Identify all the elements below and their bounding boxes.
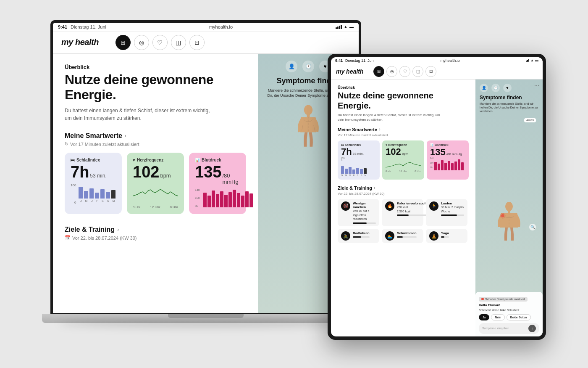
laptop-hinge [168, 314, 244, 318]
ziele-kalorien-progress-bar [397, 214, 427, 216]
ipad-schlaf-label: 🛏 Schlafindex [341, 143, 376, 146]
ipad-herz-labels: 0 uhr12 Uhr0 Uhr [386, 170, 421, 172]
ipad-smartwerte-cards: 🛏 Schlafindex 7h 53 min. 1000 [338, 140, 469, 180]
chat-dot [481, 298, 484, 300]
ipad-ziele-chevron[interactable]: › [374, 185, 375, 190]
ipad-logo: my health [336, 68, 363, 75]
ipad-status-bar: 9:41 Dienstag 11. Juni myhealth.io ▲ ▬ [331, 57, 543, 64]
ipad-signals: ▲ ▬ [526, 58, 538, 62]
laptop: 9:41 Dienstag 11. Juni myhealth.io ▲ ▬ [42, 20, 370, 323]
nav-icon-location[interactable]: ◎ [134, 35, 149, 50]
chat-btn-nein[interactable]: Nein [491, 314, 504, 320]
ipad-blut-chart-container: 14010080 [430, 157, 465, 170]
ipad-symp-heart-icon[interactable]: ♥ [503, 84, 512, 92]
ziele-yoga-title: Yoga [441, 231, 449, 235]
ziele-item-rauchen: 🚭 Weniger rauchen Von 10 auf 5 Zigarette… [338, 199, 379, 226]
ipad-symp-person-icon[interactable]: 👤 [480, 84, 488, 92]
ziele-title: Ziele & Training [65, 226, 115, 233]
ipad-nav-heart[interactable]: ♡ [399, 66, 410, 77]
ipad-schlaf-card: 🛏 Schlafindex 7h 53 min. 1000 [338, 140, 380, 180]
battery-icon: ▬ [349, 24, 354, 29]
symptome-person-icon[interactable]: 👤 [286, 61, 297, 72]
chat-btn-ja[interactable]: Ja [479, 314, 489, 320]
ipad-smartwerte-chevron[interactable]: › [379, 127, 380, 132]
symptome-clock-icon[interactable]: 🕐 [302, 61, 314, 72]
ipad-schlaf-labels: DMDFSSM [341, 174, 376, 177]
ziele-meta: 📅 Vor 22. bis 28.07.2024 (KW 30) [65, 235, 246, 241]
ipad-date: Dienstag 11. Juni [345, 58, 375, 63]
ziele-chevron[interactable]: › [117, 227, 119, 233]
ziele-kalorien-fill [397, 214, 409, 216]
today-label: HEUTE [524, 118, 536, 122]
ipad-screen: 9:41 Dienstag 11. Juni myhealth.io ▲ ▬ [331, 57, 543, 336]
signal-bars-icon [336, 25, 342, 29]
ipad-nav-camera[interactable]: ◫ [412, 66, 423, 77]
ipad-symp-clock-icon[interactable]: 🕐 [491, 84, 500, 92]
blut-value: 135 [195, 164, 221, 180]
blut-label: 📊 Blutdruck [195, 158, 240, 162]
ziele-schwimmen-text: Schwimmen [397, 231, 417, 238]
bar-m2: M [111, 190, 116, 202]
zoom-icon[interactable]: 🔍 [529, 224, 536, 230]
ipad-nav-bag[interactable]: ⊡ [425, 66, 436, 77]
ipad-body-svg [494, 201, 524, 247]
ziele-laufen-progress-bar [441, 214, 464, 216]
ipad-herz-label: ♥ Herzfrequenz [386, 143, 421, 146]
ipad-ziele-cards: 🚭 Weniger rauchen Von 10 auf 5 Zigarette… [338, 199, 469, 243]
ipad-herz-val: 102 [386, 147, 401, 156]
svg-point-6 [501, 214, 504, 217]
ziele-rauchen-fill [353, 222, 367, 224]
ziele-laufen-sub: 30 Min. 2 mal pro Woche [441, 205, 464, 214]
ziele-radfahren-title: Radfahren [353, 231, 370, 235]
schlaf-value: 7h [71, 164, 89, 180]
smartwerte-cards: 🛏 Schlafindex 7h 53 min. 100 [65, 153, 246, 214]
ipad-time: 9:41 [335, 58, 343, 63]
ziele-rauchen-sub: Von 10 auf 5 Zigaretten reduzieren [353, 209, 376, 221]
ipad-symptome-panel: 👤 🕐 ♥ ⋯ Symptome finden Markiere die sch… [475, 79, 543, 336]
ipad-signal-bars-icon [526, 59, 529, 62]
bp-140: 140 [195, 188, 200, 191]
ipad-blut-val: 135 [430, 148, 446, 157]
schlaf-unit: 53 min. [90, 173, 106, 179]
main-heading: Nutze deine gewonnene Energie. [65, 72, 246, 103]
chat-shoulder-tag: Schulter (links) wurde markiert [479, 297, 528, 302]
ipad-herz-value-row: 102 bpm [386, 147, 421, 156]
bp-80: 80 [195, 204, 200, 207]
bar-m: M [84, 191, 88, 202]
chat-send-btn[interactable]: ↑ [528, 325, 536, 332]
ziele-item-yoga: 🧘 Yoga [426, 229, 467, 243]
ipad-schlaf-unit: 53 min. [353, 152, 364, 156]
nav-icon-grid[interactable]: ⊞ [116, 35, 131, 50]
chat-btn-beide[interactable]: Beide Seiten [507, 314, 531, 320]
ipad-blut-card: 📊 Blutdruck 135 /80 mmHg 14010080 [427, 140, 469, 180]
herz-unit: bpm [160, 172, 171, 179]
nav-icon-camera[interactable]: ◫ [171, 35, 186, 50]
nav-icon-bag[interactable]: ⊡ [189, 35, 205, 50]
chat-input-placeholder[interactable]: Symptome eingeben [482, 327, 527, 330]
ipad-bp-bars [434, 159, 464, 170]
ziele-yoga-progress-bar [441, 236, 449, 238]
ipad-nav-grid[interactable]: ⊞ [373, 66, 384, 77]
nav-icons: ⊞ ◎ ♡ ◫ ⊡ [116, 35, 205, 50]
body-svg [287, 103, 329, 154]
nav-icon-heart[interactable]: ♡ [152, 35, 168, 50]
three-dots-icon[interactable]: ⋯ [534, 83, 539, 89]
wifi-icon: ▲ [344, 24, 348, 29]
ipad-nav-location[interactable]: ◎ [386, 66, 397, 77]
ziele-laufen-title: Laufen [441, 201, 464, 205]
ipad: 9:41 Dienstag 11. Juni myhealth.io ▲ ▬ [328, 54, 546, 340]
smartwerte-chevron[interactable]: › [125, 133, 126, 139]
ziele-kalorien-title: Kalorienverbrauch [397, 201, 427, 205]
ziele-rauchen-icon: 🚭 [341, 201, 350, 211]
ipad-battery-icon: ▬ [535, 58, 538, 62]
ipad-schlaf-val: 7h [341, 147, 352, 156]
ipad-schlaf-value-row: 7h 53 min. [341, 147, 376, 156]
blut-unit: /80 mmHg [222, 172, 240, 185]
ipad-heading: Nutze deine gewonnene Energie. [338, 90, 469, 111]
ziele-header: Ziele & Training › [65, 226, 246, 233]
ziele-item-laufen: 🏃 Laufen 30 Min. 2 mal pro Woche [426, 199, 467, 226]
laptop-url: myhealth.io [106, 24, 336, 29]
herz-chart-labels: 0 uhr 12 Uhr 0 Uhr [133, 205, 178, 209]
ipad-symptome-desc: Markiere die schmerzende Stelle, und wir… [480, 102, 538, 113]
ziele-radfahren-icon: 🚴 [341, 231, 350, 241]
